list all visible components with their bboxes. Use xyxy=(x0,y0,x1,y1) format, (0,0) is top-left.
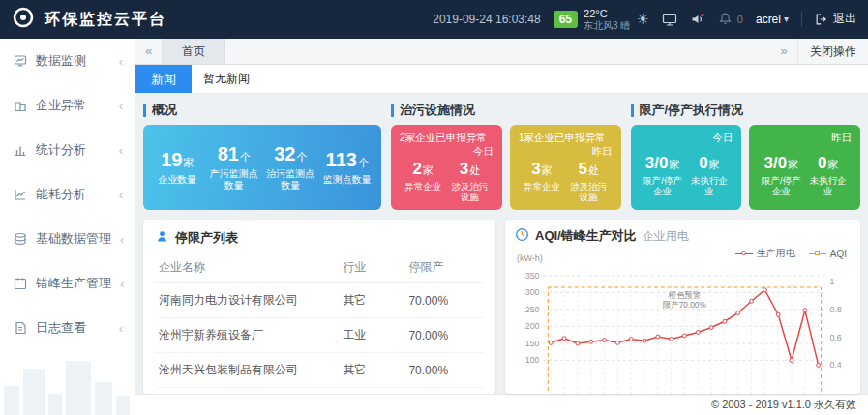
facility-stat: 5处 xyxy=(565,160,612,179)
copyright-text: © 2003 - 2019 v1.1.0 永久有效 xyxy=(711,398,856,412)
footer: © 2003 - 2019 v1.1.0 永久有效 xyxy=(135,394,868,415)
scroll-tabs-left-button[interactable]: « xyxy=(135,39,163,64)
stat-unit: 家 xyxy=(670,159,680,170)
svg-text:1: 1 xyxy=(829,277,834,286)
sidebar-item-label: 数据监测 xyxy=(36,52,110,70)
stat-label: 企业数量 xyxy=(149,174,206,187)
stat-label: 产污监测点数量 xyxy=(206,168,263,193)
close-operations-button[interactable]: 关闭操作 xyxy=(797,39,868,64)
day-label: 昨日 xyxy=(758,132,852,145)
facility-title: 治污设施情况 xyxy=(391,104,621,117)
production-title: 限产/停产执行情况 xyxy=(631,104,861,117)
weather-sun-icon: ☀ xyxy=(636,11,648,28)
notification-bell-icon[interactable] xyxy=(718,12,733,26)
chevron-left-icon: ‹ xyxy=(119,54,123,69)
sidebar-item-energy-analysis[interactable]: 能耗分析 ‹ xyxy=(0,172,135,217)
overview-section: 概况 19家 企业数量 81个 产污监测点数量 32个 治污监测点数量 xyxy=(143,104,381,210)
facility-card-yesterday: 1家企业已申报异常 昨日 3家 5处 异常企业 涉及治污设施 xyxy=(510,125,621,210)
sidebar-item-enterprise-abnormal[interactable]: 企业异常 ‹ xyxy=(0,83,135,128)
percent: 70.00% xyxy=(404,318,484,353)
industry: 工业 xyxy=(339,318,404,353)
production-stat: 0家 xyxy=(805,154,852,173)
monitor-icon[interactable] xyxy=(662,12,677,27)
chevron-left-icon: ‹ xyxy=(120,277,124,291)
building-icon xyxy=(14,99,27,112)
top-header: 环保监控云平台 2019-09-24 16:03:48 65 22°C 东北风3… xyxy=(0,0,868,39)
svg-text:限产70.00%: 限产70.00% xyxy=(663,300,706,310)
sidebar-item-offpeak-production[interactable]: 错峰生产管理 ‹ xyxy=(0,261,135,306)
svg-text:0.6: 0.6 xyxy=(829,333,841,342)
stat-value: 5 xyxy=(579,160,587,178)
user-menu[interactable]: acrel ▾ xyxy=(756,13,789,26)
list-panel-title: 停限产列表 xyxy=(175,229,238,247)
chevron-left-icon: ‹ xyxy=(119,321,123,336)
tab-home[interactable]: 首页 xyxy=(163,39,225,64)
svg-text:300: 300 xyxy=(525,287,540,297)
day-label: 今日 xyxy=(640,132,733,145)
clock-icon xyxy=(515,227,529,245)
stat-unit: 个 xyxy=(358,157,369,168)
legend-item-power[interactable]: 生产用电 xyxy=(735,247,795,260)
stat-unit: 个 xyxy=(240,151,251,163)
legend-item-aqi[interactable]: AQI xyxy=(809,249,847,259)
svg-text:150: 150 xyxy=(525,339,540,348)
header-divider xyxy=(801,12,802,27)
calendar-icon xyxy=(14,277,27,290)
stat-value: 32 xyxy=(274,143,295,164)
news-message: 暂无新闻 xyxy=(203,71,250,87)
sidebar-item-base-data[interactable]: 基础数据管理 ‹ xyxy=(0,217,135,261)
wind-label: 东北风3 晴 xyxy=(584,20,630,32)
speaker-icon[interactable] xyxy=(690,12,705,27)
sidebar-item-label: 错峰生产管理 xyxy=(36,275,111,292)
col-percent: 停限产 xyxy=(404,252,484,283)
stat-unit: 处 xyxy=(469,164,480,176)
news-tab[interactable]: 新闻 xyxy=(135,65,192,93)
stat-label: 涉及治污设施 xyxy=(446,181,493,203)
stat-label: 未执行企业 xyxy=(805,175,852,197)
aqi-chart-area: (kW-h) 生产用电 AQI 35030025020015010010 xyxy=(515,247,851,388)
table-row[interactable]: 河南同力电力设计有限公司 其它 70.00% xyxy=(155,283,484,318)
facility-section: 治污设施情况 2家企业已申报异常 今日 2家 3处 异常企业 涉及治污设施 xyxy=(391,104,621,210)
legend-label: AQI xyxy=(830,249,847,259)
col-industry: 行业 xyxy=(339,252,404,283)
sidebar-item-log-view[interactable]: 日志查看 ‹ xyxy=(0,306,135,350)
scroll-tabs-right-button[interactable]: » xyxy=(770,39,797,64)
stat-unit: 家 xyxy=(423,164,434,176)
app-title: 环保监控云平台 xyxy=(45,10,166,30)
logout-button[interactable]: 退出 xyxy=(815,11,856,27)
sidebar: 数据监测 ‹ 企业异常 ‹ 统计分析 ‹ 能耗分析 ‹ 基础数据管理 ‹ xyxy=(0,39,135,415)
overview-title: 概况 xyxy=(143,104,381,117)
aqi-chart: 35030025020015010010.80.60.4橙色预警限产70.00% xyxy=(515,256,851,394)
stat-value: 3/0 xyxy=(764,154,788,172)
sidebar-item-label: 企业异常 xyxy=(36,97,110,114)
stop-production-table: 企业名称 行业 停限产 河南同力电力设计有限公司 其它 70.00% xyxy=(155,252,484,388)
svg-text:0.4: 0.4 xyxy=(829,360,841,370)
facility-headline: 2家企业已申报异常 xyxy=(400,132,494,145)
stat-value: 113 xyxy=(326,149,357,170)
stat-label: 治污监测点数量 xyxy=(262,168,319,193)
facility-stat: 3处 xyxy=(446,160,493,179)
aqi-panel-title: AQI/错峰生产对比 xyxy=(535,227,637,245)
datetime-display: 2019-09-24 16:03:48 xyxy=(433,13,540,26)
sidebar-item-data-monitoring[interactable]: 数据监测 ‹ xyxy=(0,39,135,83)
col-company: 企业名称 xyxy=(155,252,339,283)
table-row[interactable]: 沧州宇新养殖设备厂 工业 70.00% xyxy=(155,318,484,353)
monitor-chart-icon xyxy=(14,54,27,68)
overview-stat: 113个 监测点数量 xyxy=(319,149,376,187)
table-row[interactable]: 沧州天兴包装制品有限公司 其它 70.00% xyxy=(155,353,484,388)
stat-unit: 个 xyxy=(296,151,307,163)
chart-legend: 生产用电 AQI xyxy=(735,247,847,260)
stat-unit: 处 xyxy=(588,164,599,176)
chevron-left-icon: ‹ xyxy=(120,232,124,247)
company-name: 沧州宇新养殖设备厂 xyxy=(155,318,339,353)
svg-text:橙色预警: 橙色预警 xyxy=(669,290,702,300)
stat-label: 未执行企业 xyxy=(686,175,733,197)
caret-down-icon: ▾ xyxy=(784,14,789,24)
stat-unit: 家 xyxy=(542,164,553,176)
sidebar-item-label: 基础数据管理 xyxy=(36,230,111,248)
sidebar-item-statistics[interactable]: 统计分析 ‹ xyxy=(0,128,135,172)
svg-text:200: 200 xyxy=(525,321,540,331)
stat-value: 3 xyxy=(460,160,468,178)
app-window: 环保监控云平台 2019-09-24 16:03:48 65 22°C 东北风3… xyxy=(0,0,868,415)
stat-label: 异常企业 xyxy=(400,181,446,203)
